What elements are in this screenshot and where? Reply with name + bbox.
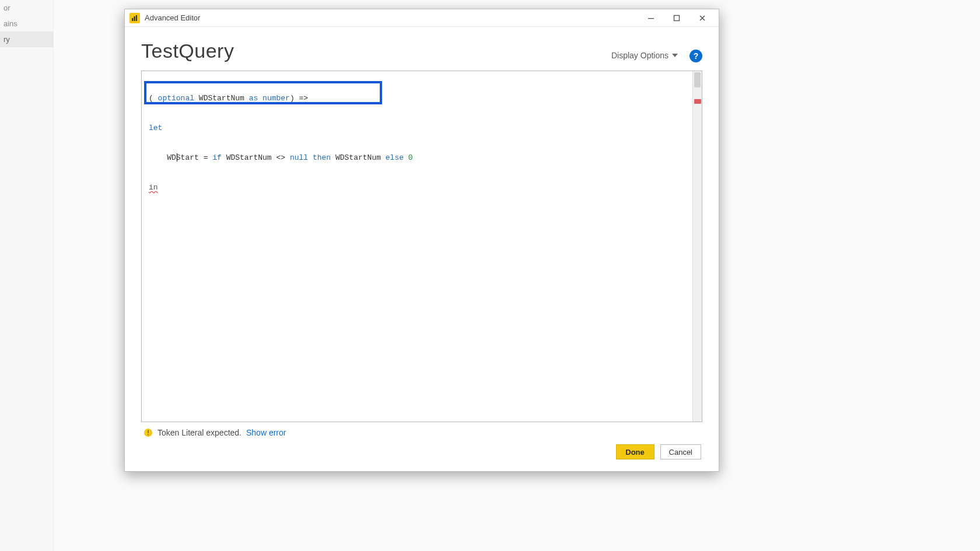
maximize-icon [673, 15, 680, 22]
code-textarea[interactable]: ( optional WDStartNum as number) => let … [142, 71, 692, 422]
help-icon: ? [694, 51, 699, 61]
syntax-status-row: Token Literal expected. Show error [141, 422, 702, 441]
code-line[interactable]: ( optional WDStartNum as number) => [149, 93, 689, 103]
error-marker-icon [694, 99, 701, 104]
window-minimize-button[interactable] [638, 10, 664, 26]
svg-rect-3 [648, 18, 654, 19]
syntax-error-message: Token Literal expected. [158, 428, 242, 437]
bg-sidebar-item: or [0, 0, 53, 16]
svg-rect-2 [136, 15, 137, 21]
display-options-dropdown[interactable]: Display Options [608, 48, 681, 62]
svg-rect-4 [674, 15, 680, 20]
svg-rect-0 [132, 18, 133, 21]
dialog-titlebar: Advanced Editor [125, 9, 719, 27]
powerbi-app-icon [130, 13, 140, 23]
code-line[interactable]: let [149, 123, 689, 133]
window-maximize-button[interactable] [664, 10, 690, 26]
editor-vertical-scrollbar[interactable] [692, 71, 702, 422]
svg-rect-7 [148, 434, 149, 436]
show-error-link[interactable]: Show error [246, 428, 286, 437]
cancel-button[interactable]: Cancel [660, 444, 701, 459]
svg-rect-1 [134, 16, 135, 21]
code-editor[interactable]: ( optional WDStartNum as number) => let … [141, 71, 702, 422]
overview-ruler [694, 71, 702, 422]
text-caret [177, 153, 177, 162]
dialog-title: Advanced Editor [145, 13, 200, 22]
window-close-button[interactable] [690, 10, 715, 26]
warning-icon [144, 428, 153, 437]
advanced-editor-dialog: Advanced Editor TestQuery Display Option… [124, 9, 719, 472]
bg-sidebar-item-selected: ry [0, 31, 53, 47]
svg-rect-6 [148, 430, 149, 434]
background-queries-pane: or ains ry [0, 0, 54, 551]
chevron-down-icon [672, 54, 678, 57]
close-icon [699, 15, 706, 22]
help-button[interactable]: ? [690, 50, 702, 62]
display-options-label: Display Options [611, 51, 668, 60]
done-button[interactable]: Done [616, 444, 654, 459]
code-line[interactable]: in [149, 183, 689, 192]
bg-sidebar-item: ains [0, 16, 53, 31]
code-line-current[interactable]: WDStart = if WDStartNum <> null then WDS… [149, 153, 689, 163]
minimize-icon [648, 15, 654, 22]
query-name-heading: TestQuery [141, 40, 608, 62]
